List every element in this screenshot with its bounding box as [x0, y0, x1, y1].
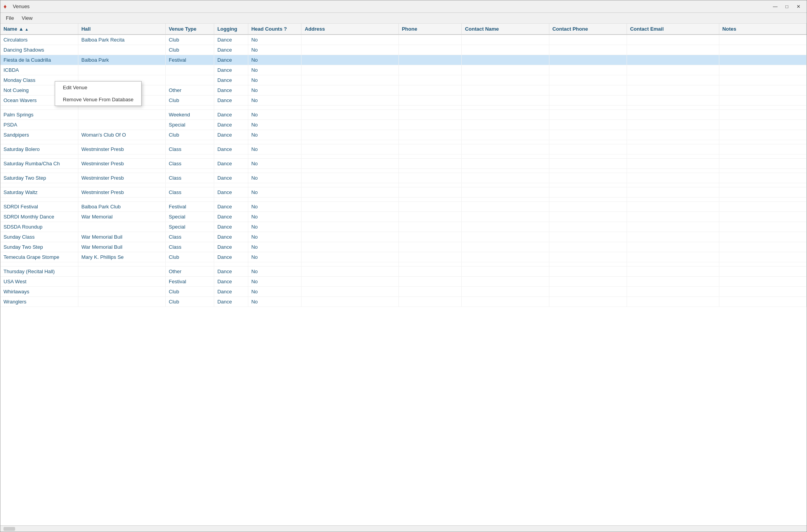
cell-contact_email — [627, 140, 719, 144]
table-container[interactable]: Name ▲ Hall Venue Type Logging Head Coun… — [0, 24, 807, 525]
col-header-venue-type[interactable]: Venue Type — [166, 24, 214, 35]
cell-contact_name — [462, 35, 549, 45]
col-header-contact-email[interactable]: Contact Email — [627, 24, 719, 35]
cell-venue_type: Class — [166, 187, 214, 198]
table-row[interactable] — [0, 154, 807, 159]
cell-name: Saturday Waltz — [0, 187, 78, 198]
table-row[interactable]: PSDASpecialDanceNo — [0, 120, 807, 130]
cell-logging — [214, 106, 248, 110]
cell-head_counts: No — [248, 232, 301, 242]
close-button[interactable]: ✕ — [793, 3, 804, 10]
table-row[interactable]: Saturday WaltzWestminster PresbClassDanc… — [0, 187, 807, 198]
table-row[interactable]: Saturday Rumba/Cha ChWestminster PresbCl… — [0, 159, 807, 169]
cell-notes — [719, 202, 806, 212]
table-row[interactable]: Palm SpringsWeekendDanceNo — [0, 110, 807, 120]
cell-logging: Dance — [214, 202, 248, 212]
cell-venue_type: Festival — [166, 277, 214, 287]
cell-contact_phone — [549, 110, 627, 120]
cell-phone — [398, 287, 462, 297]
table-row[interactable] — [0, 262, 807, 267]
context-menu: Edit Venue Remove Venue From Database — [55, 81, 142, 106]
cell-notes — [719, 144, 806, 154]
col-header-name[interactable]: Name ▲ — [0, 24, 78, 35]
table-row[interactable]: Dancing ShadowsClubDanceNo — [0, 45, 807, 55]
cell-contact_phone — [549, 169, 627, 173]
cell-contact_name — [462, 159, 549, 169]
table-row[interactable]: WhirlawaysClubDanceNo — [0, 287, 807, 297]
table-row[interactable]: WranglersClubDanceNo — [0, 297, 807, 307]
context-menu-remove-venue[interactable]: Remove Venue From Database — [55, 94, 141, 106]
col-header-address[interactable]: Address — [301, 24, 398, 35]
table-row[interactable]: Saturday Two StepWestminster PresbClassD… — [0, 173, 807, 183]
table-row[interactable]: CirculatorsBalboa Park RecitaClubDanceNo — [0, 35, 807, 45]
cell-name: ICBDA — [0, 65, 78, 75]
cell-phone — [398, 120, 462, 130]
cell-head_counts: No — [248, 159, 301, 169]
col-header-notes[interactable]: Notes — [719, 24, 806, 35]
cell-head_counts — [248, 169, 301, 173]
cell-notes — [719, 159, 806, 169]
cell-name — [0, 154, 78, 159]
cell-logging: Dance — [214, 277, 248, 287]
cell-contact_email — [627, 212, 719, 222]
horizontal-scrollbar[interactable] — [0, 525, 807, 532]
cell-contact_email — [627, 169, 719, 173]
table-row[interactable]: ICBDADanceNo — [0, 65, 807, 75]
cell-hall — [78, 297, 165, 307]
cell-name: Whirlaways — [0, 287, 78, 297]
cell-address — [301, 222, 398, 232]
col-header-phone[interactable]: Phone — [398, 24, 462, 35]
table-row[interactable]: SDRDI Monthly DanceWar MemorialSpecialDa… — [0, 212, 807, 222]
cell-phone — [398, 110, 462, 120]
table-row[interactable]: SandpipersWoman's Club Of OClubDanceNo — [0, 130, 807, 140]
col-header-hall[interactable]: Hall — [78, 24, 165, 35]
table-row[interactable] — [0, 183, 807, 187]
menu-file[interactable]: File — [2, 13, 18, 23]
cell-name — [0, 169, 78, 173]
col-header-headcounts[interactable]: Head Counts ? — [248, 24, 301, 35]
cell-hall: Westminster Presb — [78, 173, 165, 183]
cell-address — [301, 65, 398, 75]
cell-contact_phone — [549, 85, 627, 95]
cell-hall: Woman's Club Of O — [78, 130, 165, 140]
cell-venue_type: Festival — [166, 55, 214, 65]
table-row[interactable]: Fiesta de la CuadrillaBalboa ParkFestiva… — [0, 55, 807, 65]
table-row[interactable]: Temecula Grape StompeMary K. Phillips Se… — [0, 252, 807, 262]
table-row[interactable]: Sunday Two StepWar Memorial BuilClassDan… — [0, 242, 807, 252]
cell-address — [301, 95, 398, 106]
cell-contact_phone — [549, 45, 627, 55]
cell-address — [301, 242, 398, 252]
cell-name: PSDA — [0, 120, 78, 130]
col-header-logging[interactable]: Logging — [214, 24, 248, 35]
col-header-contact-phone[interactable]: Contact Phone — [549, 24, 627, 35]
cell-phone — [398, 35, 462, 45]
table-row[interactable] — [0, 140, 807, 144]
cell-contact_email — [627, 65, 719, 75]
cell-notes — [719, 212, 806, 222]
cell-contact_phone — [549, 198, 627, 202]
table-row[interactable]: SDRDI FestivalBalboa Park ClubFestivalDa… — [0, 202, 807, 212]
table-row[interactable]: Saturday BoleroWestminster PresbClassDan… — [0, 144, 807, 154]
cell-contact_name — [462, 144, 549, 154]
cell-phone — [398, 154, 462, 159]
minimize-button[interactable]: — — [770, 3, 780, 10]
table-row[interactable]: USA WestFestivalDanceNo — [0, 277, 807, 287]
table-row[interactable]: Thursday (Recital Hall)OtherDanceNo — [0, 267, 807, 277]
cell-name: Sunday Class — [0, 232, 78, 242]
table-row[interactable] — [0, 169, 807, 173]
cell-contact_name — [462, 212, 549, 222]
cell-head_counts: No — [248, 35, 301, 45]
table-row[interactable] — [0, 106, 807, 110]
table-row[interactable] — [0, 198, 807, 202]
cell-phone — [398, 65, 462, 75]
cell-logging: Dance — [214, 95, 248, 106]
col-header-contact-name[interactable]: Contact Name — [462, 24, 549, 35]
cell-contact_email — [627, 222, 719, 232]
menu-view[interactable]: View — [18, 13, 36, 23]
cell-head_counts: No — [248, 95, 301, 106]
table-row[interactable]: SDSDA RoundupSpecialDanceNo — [0, 222, 807, 232]
context-menu-edit-venue[interactable]: Edit Venue — [55, 81, 141, 94]
table-row[interactable]: Sunday ClassWar Memorial BuilClassDanceN… — [0, 232, 807, 242]
cell-phone — [398, 95, 462, 106]
maximize-button[interactable]: □ — [782, 3, 792, 10]
